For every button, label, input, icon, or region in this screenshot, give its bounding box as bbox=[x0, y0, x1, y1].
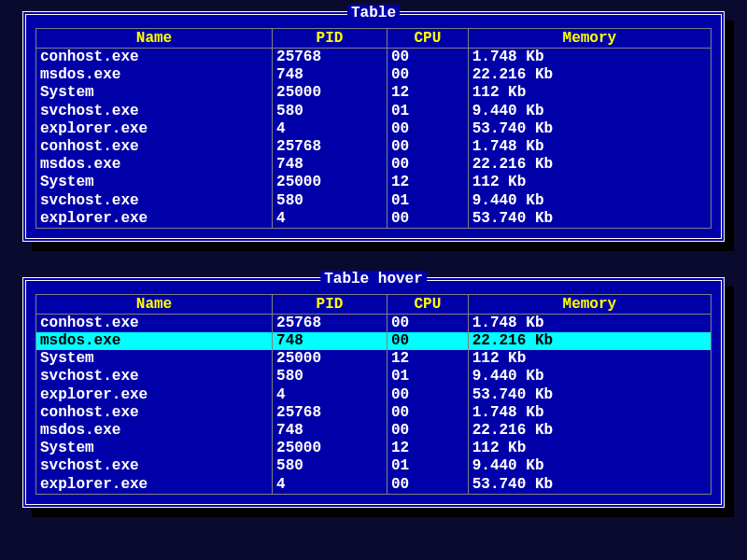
cell-cpu: 01 bbox=[387, 192, 468, 210]
cell-cpu: 01 bbox=[387, 368, 468, 385]
cell-name: svchost.exe bbox=[36, 368, 273, 385]
cell-cpu: 00 bbox=[387, 404, 468, 422]
panel-title: Table bbox=[347, 5, 400, 21]
cell-name: System bbox=[36, 174, 273, 191]
cell-pid: 580 bbox=[273, 103, 388, 120]
table-row[interactable]: System2500012112 Kb bbox=[36, 84, 712, 102]
table-row[interactable]: msdos.exe7480022.216 Kb bbox=[36, 66, 712, 84]
cell-name: svchost.exe bbox=[36, 457, 273, 475]
cell-name: msdos.exe bbox=[36, 332, 273, 350]
cell-memory: 9.440 Kb bbox=[468, 368, 711, 385]
cell-pid: 25000 bbox=[273, 174, 388, 191]
cell-pid: 580 bbox=[273, 192, 388, 210]
cell-name: svchost.exe bbox=[36, 192, 273, 210]
table-header-row: NamePIDCPUMemory bbox=[36, 294, 712, 314]
table-row[interactable]: msdos.exe7480022.216 Kb bbox=[36, 156, 712, 174]
cell-name: System bbox=[36, 350, 273, 368]
process-table: NamePIDCPUMemoryconhost.exe25768001.748 … bbox=[35, 28, 712, 229]
cell-memory: 53.740 Kb bbox=[468, 210, 711, 229]
cell-cpu: 01 bbox=[387, 103, 468, 120]
cell-memory: 1.748 Kb bbox=[468, 49, 711, 67]
cell-memory: 112 Kb bbox=[468, 440, 711, 457]
cell-cpu: 01 bbox=[387, 457, 468, 475]
cell-cpu: 00 bbox=[387, 332, 468, 350]
cell-pid: 4 bbox=[273, 210, 388, 229]
table-row[interactable]: svchost.exe580019.440 Kb bbox=[36, 192, 712, 210]
cell-cpu: 00 bbox=[387, 49, 468, 67]
cell-name: msdos.exe bbox=[36, 66, 273, 84]
cell-memory: 112 Kb bbox=[468, 350, 711, 368]
cell-memory: 9.440 Kb bbox=[468, 192, 711, 210]
cell-name: conhost.exe bbox=[36, 314, 273, 332]
cell-pid: 4 bbox=[273, 386, 388, 404]
cell-cpu: 00 bbox=[387, 386, 468, 404]
column-header[interactable]: Name bbox=[36, 294, 273, 314]
cell-cpu: 00 bbox=[387, 138, 468, 156]
cell-name: System bbox=[36, 440, 273, 457]
table-row[interactable]: conhost.exe25768001.748 Kb bbox=[36, 404, 712, 422]
column-header[interactable]: CPU bbox=[387, 294, 468, 314]
cell-name: explorer.exe bbox=[36, 210, 273, 229]
cell-name: explorer.exe bbox=[36, 476, 273, 495]
cell-name: svchost.exe bbox=[36, 103, 273, 120]
cell-memory: 112 Kb bbox=[468, 84, 711, 102]
cell-cpu: 00 bbox=[387, 120, 468, 138]
column-header[interactable]: PID bbox=[273, 294, 388, 314]
process-table: NamePIDCPUMemoryconhost.exe25768001.748 … bbox=[35, 294, 712, 495]
cell-pid: 580 bbox=[273, 368, 388, 385]
cell-pid: 4 bbox=[273, 120, 388, 138]
cell-pid: 25768 bbox=[273, 49, 388, 67]
column-header[interactable]: Memory bbox=[468, 29, 711, 49]
table-row[interactable]: System2500012112 Kb bbox=[36, 174, 712, 191]
cell-pid: 748 bbox=[273, 332, 388, 350]
table-row[interactable]: explorer.exe40053.740 Kb bbox=[36, 120, 712, 138]
cell-name: msdos.exe bbox=[36, 422, 273, 440]
panel: TableNamePIDCPUMemoryconhost.exe25768001… bbox=[22, 11, 725, 242]
table-row[interactable]: explorer.exe40053.740 Kb bbox=[36, 476, 712, 495]
cell-pid: 748 bbox=[273, 156, 388, 174]
cell-memory: 9.440 Kb bbox=[468, 457, 711, 475]
panel-wrap: Table hoverNamePIDCPUMemoryconhost.exe25… bbox=[22, 277, 725, 508]
cell-name: explorer.exe bbox=[36, 120, 273, 138]
table-row[interactable]: explorer.exe40053.740 Kb bbox=[36, 386, 712, 404]
table-row[interactable]: msdos.exe7480022.216 Kb bbox=[36, 422, 712, 440]
table-row[interactable]: svchost.exe580019.440 Kb bbox=[36, 457, 712, 475]
cell-pid: 25000 bbox=[273, 84, 388, 102]
table-row[interactable]: conhost.exe25768001.748 Kb bbox=[36, 49, 712, 67]
table-row[interactable]: explorer.exe40053.740 Kb bbox=[36, 210, 712, 229]
cell-memory: 1.748 Kb bbox=[468, 138, 711, 156]
cell-pid: 748 bbox=[273, 66, 388, 84]
table-row[interactable]: msdos.exe7480022.216 Kb bbox=[36, 332, 712, 350]
cell-cpu: 00 bbox=[387, 476, 468, 495]
table-row[interactable]: conhost.exe25768001.748 Kb bbox=[36, 314, 712, 332]
cell-pid: 25768 bbox=[273, 404, 388, 422]
table-row[interactable]: conhost.exe25768001.748 Kb bbox=[36, 138, 712, 156]
column-header[interactable]: Name bbox=[36, 29, 273, 49]
table-row[interactable]: svchost.exe580019.440 Kb bbox=[36, 368, 712, 385]
cell-pid: 748 bbox=[273, 422, 388, 440]
cell-cpu: 12 bbox=[387, 350, 468, 368]
table-row[interactable]: svchost.exe580019.440 Kb bbox=[36, 103, 712, 120]
cell-pid: 25768 bbox=[273, 314, 388, 332]
cell-cpu: 00 bbox=[387, 314, 468, 332]
panel-title: Table hover bbox=[320, 271, 427, 287]
column-header[interactable]: PID bbox=[273, 29, 388, 49]
column-header[interactable]: Memory bbox=[468, 294, 711, 314]
cell-memory: 1.748 Kb bbox=[468, 404, 711, 422]
panel: Table hoverNamePIDCPUMemoryconhost.exe25… bbox=[22, 277, 725, 508]
cell-pid: 4 bbox=[273, 476, 388, 495]
cell-name: conhost.exe bbox=[36, 49, 273, 67]
cell-memory: 22.216 Kb bbox=[468, 422, 711, 440]
cell-cpu: 12 bbox=[387, 84, 468, 102]
cell-memory: 53.740 Kb bbox=[468, 386, 711, 404]
cell-pid: 25768 bbox=[273, 138, 388, 156]
cell-name: conhost.exe bbox=[36, 404, 273, 422]
cell-cpu: 12 bbox=[387, 174, 468, 191]
column-header[interactable]: CPU bbox=[387, 29, 468, 49]
table-row[interactable]: System2500012112 Kb bbox=[36, 350, 712, 368]
cell-memory: 22.216 Kb bbox=[468, 332, 711, 350]
table-row[interactable]: System2500012112 Kb bbox=[36, 440, 712, 457]
cell-pid: 25000 bbox=[273, 350, 388, 368]
panel-wrap: TableNamePIDCPUMemoryconhost.exe25768001… bbox=[22, 11, 725, 242]
cell-memory: 1.748 Kb bbox=[468, 314, 711, 332]
